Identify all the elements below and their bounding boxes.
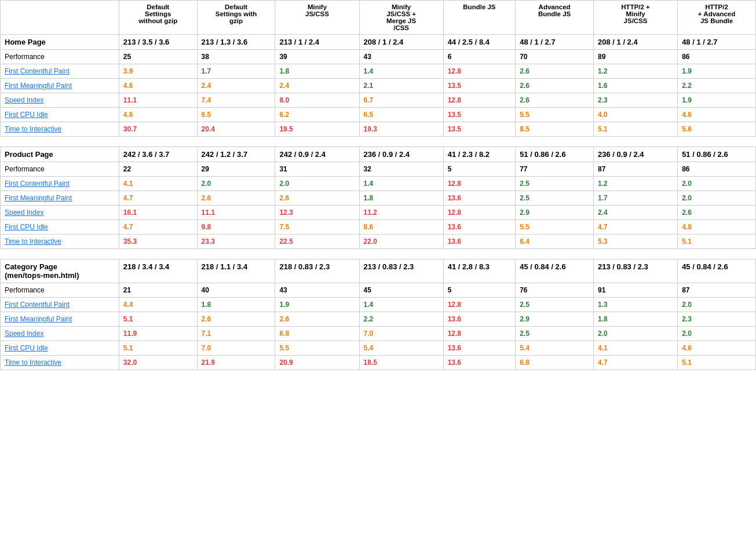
performance-val-2-2: 43 [275, 283, 359, 298]
performance-val-2-1: 40 [197, 283, 275, 298]
metric-val-0-4-4: 13.5 [443, 122, 516, 137]
performance-val-2-6: 91 [594, 283, 678, 298]
metric-val-2-4-3: 18.5 [359, 356, 443, 370]
metric-label-1-0[interactable]: First Contentful Paint [1, 177, 119, 191]
metric-val-2-3-6: 4.1 [594, 341, 678, 356]
metric-label-0-3[interactable]: First CPU Idle [1, 108, 119, 122]
metric-val-0-3-6: 4.0 [594, 108, 678, 122]
metric-val-1-2-0: 16.1 [119, 206, 197, 220]
metric-val-1-2-2: 12.3 [275, 206, 359, 220]
metric-val-0-2-1: 7.4 [197, 93, 275, 108]
requests-cell-1-4: 41 / 2.3 / 8.2 [443, 147, 516, 162]
section-title-1: Product Page [1, 147, 119, 162]
performance-val-0-5: 70 [516, 50, 594, 64]
metric-label-0-0[interactable]: First Contentful Paint [1, 64, 119, 79]
metric-val-0-4-2: 19.5 [275, 122, 359, 137]
metric-val-1-2-3: 11.2 [359, 206, 443, 220]
metric-label-1-2[interactable]: Speed Index [1, 206, 119, 220]
performance-val-2-5: 76 [516, 283, 594, 298]
metric-val-2-4-2: 20.9 [275, 356, 359, 370]
metric-val-2-3-4: 13.6 [443, 341, 516, 356]
performance-val-0-3: 43 [359, 50, 443, 64]
spacer-1 [1, 249, 756, 259]
metric-val-0-0-2: 1.8 [275, 64, 359, 79]
metric-val-2-4-7: 5.1 [678, 356, 756, 370]
performance-val-2-0: 21 [119, 283, 197, 298]
metric-val-2-0-7: 2.0 [678, 298, 756, 312]
requests-cell-2-1: 218 / 1.1 / 3.4 [197, 259, 275, 283]
metric-val-0-1-4: 13.5 [443, 79, 516, 93]
metric-val-1-1-4: 13.6 [443, 191, 516, 206]
metric-val-1-4-6: 5.3 [594, 235, 678, 249]
metric-label-1-3[interactable]: First CPU Idle [1, 220, 119, 235]
metric-val-1-1-1: 2.6 [197, 191, 275, 206]
metric-val-0-3-4: 13.5 [443, 108, 516, 122]
metric-val-0-0-0: 3.9 [119, 64, 197, 79]
metric-label-0-4[interactable]: Time to Interactive [1, 122, 119, 137]
requests-cell-1-7: 51 / 0.86 / 2.6 [678, 147, 756, 162]
requests-cell-1-6: 236 / 0.9 / 2.4 [594, 147, 678, 162]
requests-cell-0-0: 213 / 3.5 / 3.6 [119, 35, 197, 50]
metric-val-1-0-0: 4.1 [119, 177, 197, 191]
requests-cell-1-3: 236 / 0.9 / 2.4 [359, 147, 443, 162]
metric-val-2-4-0: 32.0 [119, 356, 197, 370]
metric-label-2-3[interactable]: First CPU Idle [1, 341, 119, 356]
metric-val-0-0-7: 1.9 [678, 64, 756, 79]
metric-label-2-0[interactable]: First Contentful Paint [1, 298, 119, 312]
metric-label-1-1[interactable]: First Meaningful Paint [1, 191, 119, 206]
metric-val-0-1-6: 1.6 [594, 79, 678, 93]
metric-val-2-2-1: 7.1 [197, 327, 275, 341]
metric-val-0-1-1: 2.4 [197, 79, 275, 93]
metric-label-1-4[interactable]: Time to Interactive [1, 235, 119, 249]
requests-cell-1-2: 242 / 0.9 / 2.4 [275, 147, 359, 162]
metric-val-2-2-2: 6.8 [275, 327, 359, 341]
metric-val-1-3-0: 4.7 [119, 220, 197, 235]
metric-val-2-2-5: 2.5 [516, 327, 594, 341]
metric-val-2-0-3: 1.4 [359, 298, 443, 312]
requests-cell-2-3: 213 / 0.83 / 2.3 [359, 259, 443, 283]
requests-cell-1-1: 242 / 1.2 / 3.7 [197, 147, 275, 162]
performance-val-1-7: 86 [678, 162, 756, 177]
metric-val-1-4-5: 6.4 [516, 235, 594, 249]
performance-label-0: Performance [1, 50, 119, 64]
requests-cell-2-6: 213 / 0.83 / 2.3 [594, 259, 678, 283]
metric-val-0-4-3: 19.3 [359, 122, 443, 137]
metric-label-2-1[interactable]: First Meaningful Paint [1, 312, 119, 327]
metric-val-0-1-2: 2.4 [275, 79, 359, 93]
metric-val-0-2-4: 12.8 [443, 93, 516, 108]
performance-val-1-0: 22 [119, 162, 197, 177]
metric-val-0-3-7: 4.6 [678, 108, 756, 122]
performance-table: DefaultSettingswithout gzip DefaultSetti… [0, 0, 756, 370]
metric-val-2-2-4: 12.8 [443, 327, 516, 341]
metric-val-0-2-3: 6.7 [359, 93, 443, 108]
performance-val-1-2: 31 [275, 162, 359, 177]
performance-val-0-2: 39 [275, 50, 359, 64]
metric-label-0-1[interactable]: First Meaningful Paint [1, 79, 119, 93]
col-header-default-no-gzip: DefaultSettingswithout gzip [119, 1, 197, 35]
metric-label-2-4[interactable]: Time to Interactive [1, 356, 119, 370]
metric-label-0-2[interactable]: Speed Index [1, 93, 119, 108]
metric-val-2-0-5: 2.5 [516, 298, 594, 312]
col-header-bundle: Bundle JS [443, 1, 516, 35]
metric-val-1-1-2: 2.6 [275, 191, 359, 206]
metric-val-0-4-6: 5.1 [594, 122, 678, 137]
requests-cell-0-5: 48 / 1 / 2.7 [516, 35, 594, 50]
performance-val-0-0: 25 [119, 50, 197, 64]
metric-val-0-4-5: 8.5 [516, 122, 594, 137]
metric-label-2-2[interactable]: Speed Index [1, 327, 119, 341]
requests-cell-0-2: 213 / 1 / 2.4 [275, 35, 359, 50]
metric-val-0-2-2: 8.0 [275, 93, 359, 108]
metric-val-0-1-0: 4.6 [119, 79, 197, 93]
metric-val-1-3-3: 8.6 [359, 220, 443, 235]
metric-val-0-2-0: 11.1 [119, 93, 197, 108]
metric-val-0-0-6: 1.2 [594, 64, 678, 79]
spacer-0 [1, 137, 756, 147]
metric-val-2-4-6: 4.7 [594, 356, 678, 370]
section-title-2: Category Page(men/tops-men.html) [1, 259, 119, 283]
metric-val-2-1-4: 13.6 [443, 312, 516, 327]
performance-label-2: Performance [1, 283, 119, 298]
metric-val-2-4-5: 6.8 [516, 356, 594, 370]
metric-val-1-1-3: 1.8 [359, 191, 443, 206]
col-header-minify: MinifyJS/CSS [275, 1, 359, 35]
metric-val-1-4-7: 5.1 [678, 235, 756, 249]
